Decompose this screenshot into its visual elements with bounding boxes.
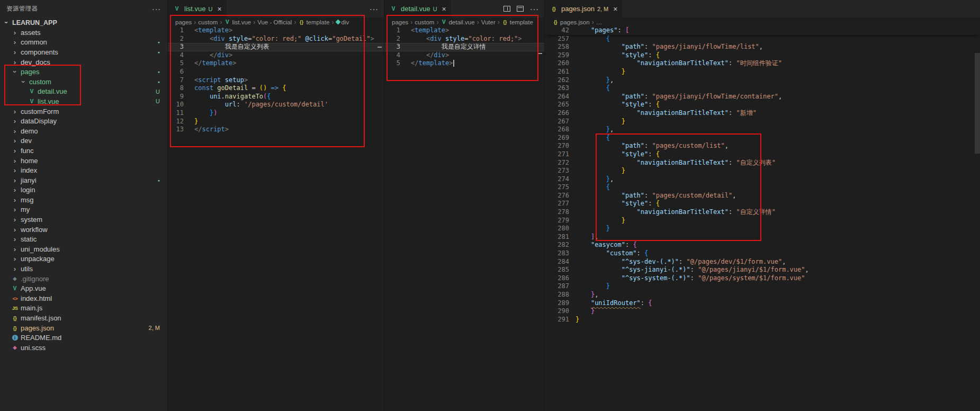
- code-editor[interactable]: 42 "pages": [ 257 {258 "path": "pages/ji…: [545, 26, 980, 411]
- tree-item-detail-vue[interactable]: Vdetail.vueU: [0, 87, 167, 97]
- code-line-261[interactable]: 261 }: [545, 68, 980, 76]
- code-line-266[interactable]: 266 "navigationBarTitleText": "新增": [545, 109, 980, 118]
- tree-item-static[interactable]: ›static: [0, 234, 167, 244]
- tree-item-workflow[interactable]: ›workflow: [0, 225, 167, 235]
- code-line-12[interactable]: 12}: [168, 118, 384, 126]
- code-line-283[interactable]: 283 "custom": {: [545, 249, 980, 258]
- tree-item-index[interactable]: ›index: [0, 165, 167, 175]
- code-line-267[interactable]: 267 }: [545, 118, 980, 126]
- tree-item-system[interactable]: ›system: [0, 215, 167, 225]
- code-line-280[interactable]: 280 }: [545, 225, 980, 233]
- code-line-5[interactable]: 5</template>: [168, 59, 384, 68]
- code-line-269[interactable]: 269 {: [545, 134, 980, 142]
- tree-item-customform[interactable]: ›customForm: [0, 106, 167, 117]
- code-line-260[interactable]: 260 "navigationBarTitleText": "时间组件验证": [545, 59, 980, 68]
- breadcrumb-item-detail-vue[interactable]: Vdetail.vue: [440, 19, 474, 25]
- tree-item-dev[interactable]: ›dev: [0, 136, 167, 146]
- code-line-278[interactable]: 278 "navigationBarTitleText": "自定义详情": [545, 208, 980, 217]
- tree-item-uni-scss[interactable]: ◆uni.scss: [0, 343, 167, 353]
- breadcrumb-item-template[interactable]: {}template: [298, 19, 329, 25]
- code-line-42[interactable]: 42 "pages": [: [545, 26, 980, 35]
- tree-item-common[interactable]: ›common●: [0, 38, 167, 48]
- breadcrumb-item-vue-official[interactable]: Vue - Official: [257, 19, 292, 25]
- code-line-9[interactable]: 9 uni.navigateTo({: [168, 93, 384, 101]
- code-line-2[interactable]: 2 <div style="color: red;">: [384, 35, 544, 43]
- code-line-288[interactable]: 288 },: [545, 291, 980, 299]
- tree-item-app-vue[interactable]: VApp.vue: [0, 283, 167, 293]
- code-line-1[interactable]: 1<template>: [384, 26, 544, 35]
- code-line-271[interactable]: 271 "style": {: [545, 150, 980, 159]
- breadcrumb-item-pages[interactable]: pages: [175, 19, 192, 25]
- close-icon[interactable]: ×: [217, 5, 221, 13]
- code-line-291[interactable]: 291}: [545, 316, 980, 324]
- code-line-282[interactable]: 282 "easycom": {: [545, 241, 980, 249]
- code-line-290[interactable]: 290 }: [545, 307, 980, 316]
- tree-item-jianyi[interactable]: ›jianyi●: [0, 175, 167, 185]
- code-line-273[interactable]: 273 }: [545, 167, 980, 175]
- tree-item-readme-md[interactable]: iREADME.md: [0, 333, 167, 343]
- tab-list-vue[interactable]: V list.vue U ×: [168, 0, 227, 17]
- breadcrumb-item-pages[interactable]: pages: [392, 19, 408, 25]
- tree-item-utils[interactable]: ›utils: [0, 264, 167, 274]
- scrollbar-thumb[interactable]: [975, 53, 980, 154]
- code-line-265[interactable]: 265 "style": {: [545, 101, 980, 109]
- tree-item-home[interactable]: ›home: [0, 156, 167, 166]
- tab-detail-vue[interactable]: V detail.vue U ×: [384, 0, 452, 17]
- tree-item-main-js[interactable]: JSmain.js: [0, 303, 167, 314]
- close-icon[interactable]: ×: [442, 5, 446, 13]
- code-editor[interactable]: 1<template>2 <div style="color: red;" @c…: [168, 26, 384, 411]
- more-actions-icon[interactable]: ···: [530, 5, 539, 13]
- tree-item--gitignore[interactable]: ◆.gitignore: [0, 274, 167, 284]
- code-line-285[interactable]: 285 "^sys-jianyi-(.*)": "@/pages/jianyi/…: [545, 266, 980, 274]
- breadcrumb-item-vuter[interactable]: Vuter: [481, 19, 496, 25]
- tree-item-components[interactable]: ›components●: [0, 47, 167, 57]
- code-editor[interactable]: 1<template>2 <div style="color: red;">3 …: [384, 26, 544, 411]
- explorer-more-actions-icon[interactable]: ···: [152, 5, 161, 13]
- tree-item-dev-docs[interactable]: ›dev_docs: [0, 57, 167, 67]
- close-icon[interactable]: ×: [613, 5, 617, 13]
- code-line-4[interactable]: 4 </div>: [384, 51, 544, 60]
- breadcrumb-item-custom[interactable]: custom: [198, 19, 218, 25]
- code-line-268[interactable]: 268 },: [545, 126, 980, 134]
- code-line-10[interactable]: 10 url: '/pages/custom/detail': [168, 101, 384, 109]
- code-line-3[interactable]: 3 我是自定义详情: [384, 43, 544, 51]
- tree-item-login[interactable]: ›login: [0, 185, 167, 195]
- code-line-8[interactable]: 8const goDetail = () => {: [168, 84, 384, 93]
- code-line-257[interactable]: 257 {: [545, 35, 980, 43]
- code-line-281[interactable]: 281 ],: [545, 233, 980, 242]
- code-line-2[interactable]: 2 <div style="color: red;" @click="goDet…: [168, 35, 384, 43]
- breadcrumb-item-template[interactable]: {}template: [502, 19, 533, 25]
- tree-item-pages-json[interactable]: {}pages.json2, M: [0, 323, 167, 333]
- breadcrumb-item--[interactable]: …: [596, 19, 603, 25]
- editor-layout-icon[interactable]: [517, 6, 524, 12]
- tree-item-datadisplay[interactable]: ›dataDisplay: [0, 116, 167, 126]
- code-line-270[interactable]: 270 "path": "pages/custom/list",: [545, 142, 980, 150]
- code-line-263[interactable]: 263 {: [545, 84, 980, 93]
- code-line-4[interactable]: 4 </div>: [168, 51, 384, 60]
- code-line-262[interactable]: 262 },: [545, 76, 980, 85]
- breadcrumb-item-div[interactable]: div: [336, 19, 349, 25]
- code-line-3[interactable]: 3 我是自定义列表: [168, 43, 384, 51]
- tree-root-learun-app[interactable]: › LEARUN_APP: [0, 17, 167, 28]
- code-line-6[interactable]: 6: [168, 68, 384, 76]
- tree-item-msg[interactable]: ›msg: [0, 195, 167, 205]
- code-line-7[interactable]: 7<script setup>: [168, 76, 384, 85]
- code-line-272[interactable]: 272 "navigationBarTitleText": "自定义列表": [545, 159, 980, 167]
- code-line-275[interactable]: 275 {: [545, 183, 980, 192]
- code-line-279[interactable]: 279 }: [545, 217, 980, 225]
- code-line-259[interactable]: 259 "style": {: [545, 51, 980, 60]
- tree-item-func[interactable]: ›func: [0, 146, 167, 156]
- sticky-scroll-line[interactable]: 42 "pages": [: [545, 26, 980, 35]
- tree-item-uni-modules[interactable]: ›uni_modules: [0, 244, 167, 254]
- breadcrumb-item-list-vue[interactable]: Vlist.vue: [224, 19, 251, 25]
- code-line-13[interactable]: 13</script>: [168, 126, 384, 134]
- code-line-277[interactable]: 277 "style": {: [545, 200, 980, 208]
- code-line-1[interactable]: 1<template>: [168, 26, 384, 35]
- code-line-284[interactable]: 284 "^sys-dev-(.*)": "@/pages/dev/$1/for…: [545, 258, 980, 266]
- tree-item-demo[interactable]: ›demo: [0, 126, 167, 136]
- code-line-258[interactable]: 258 "path": "pages/jianyi/flowTime/list"…: [545, 43, 980, 51]
- code-line-5[interactable]: 5</template>: [384, 59, 544, 68]
- tree-item-pages[interactable]: ›pages●: [0, 67, 167, 77]
- code-line-276[interactable]: 276 "path": "pages/custom/detail",: [545, 192, 980, 200]
- breadcrumb-item-custom[interactable]: custom: [415, 19, 434, 25]
